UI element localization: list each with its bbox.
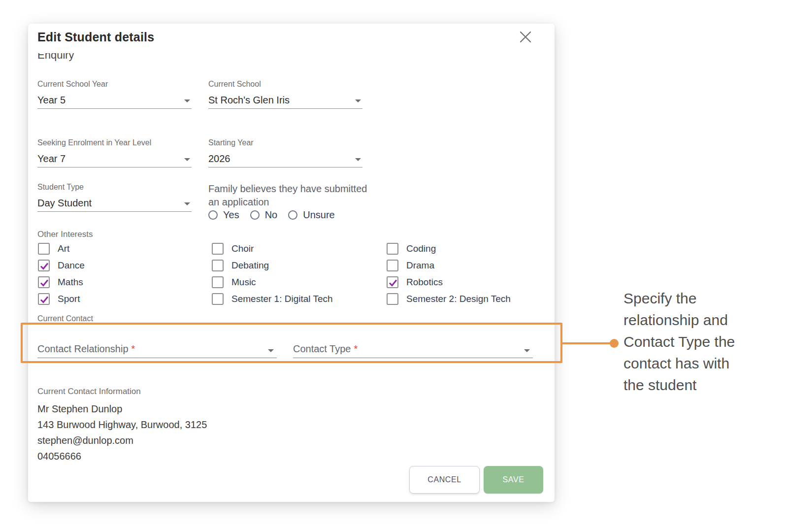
radio-button-icon[interactable] [208,210,218,220]
checkbox-label: Coding [406,243,436,254]
field-value: Year 7 [37,152,192,167]
interest-item: Semester 2: Design Tech [387,293,511,305]
student-type-select[interactable]: Student Type Day Student [37,182,192,212]
dropdown-caret-icon[interactable] [355,100,361,102]
callout-connector-dot [610,339,619,348]
checkbox-label: Semester 1: Digital Tech [231,294,333,304]
checkbox-label: Sport [58,294,80,304]
page-background: Edit Student details Enquiry Current Sch… [0,0,787,532]
checkbox-label: Debating [231,260,269,271]
checkbox-label: Choir [231,243,254,254]
radio-label: Unsure [303,209,334,221]
dropdown-caret-icon[interactable] [184,202,190,205]
question-text-line: an application [208,196,371,209]
field-value: Year 5 [37,94,192,109]
field-label: Student Type [37,182,192,192]
contact-relationship-placeholder: Contact Relationship [37,343,129,354]
checkbox-unchecked-icon[interactable] [212,276,224,288]
section-heading: Enquiry [37,53,156,62]
annotation-text-line: relationship and [623,309,771,331]
interest-column-2: ChoirDebatingMusicSemester 1: Digital Te… [212,243,333,305]
current-contact-label: Current Contact [37,314,93,323]
dropdown-caret-icon[interactable] [184,100,190,102]
annotation-text-line: Contact Type the [623,331,771,353]
dropdown-caret-icon[interactable] [184,158,190,161]
checkbox-unchecked-icon[interactable] [212,260,224,271]
required-asterisk: * [354,343,358,354]
checkbox-unchecked-icon[interactable] [387,293,398,305]
field-value: 2026 [208,152,362,167]
field-label: Seeking Enrolment in Year Level [37,138,192,148]
field-value: Day Student [37,197,192,212]
interest-item: Drama [387,260,511,271]
interest-item: Debating [212,260,333,271]
annotation-text-line: Specify the [623,288,771,309]
close-icon[interactable] [517,29,534,45]
checkbox-checked-icon[interactable] [387,276,398,288]
application-radio-group: YesNoUnsure [208,209,335,221]
radio-label: Yes [223,209,239,221]
radio-option-yes[interactable]: Yes [208,209,239,221]
checkbox-unchecked-icon[interactable] [212,293,224,305]
starting-year-select[interactable]: Starting Year 2026 [208,138,362,167]
contact-info-line: Mr Stephen Dunlop [37,401,207,417]
cancel-button[interactable]: CANCEL [409,466,480,494]
other-interests-label: Other Interests [37,230,93,239]
current-school-year-select[interactable]: Current School Year Year 5 [37,79,192,109]
radio-button-icon[interactable] [250,210,260,220]
contact-relationship-select[interactable]: Contact Relationship* [37,343,277,358]
interest-item: Art [38,243,85,255]
checkbox-label: Maths [58,277,83,288]
annotation-text-line: the student [623,374,771,396]
contact-info-line: stephen@dunlop.com [37,432,207,448]
section-heading-clipped: Enquiry [37,53,156,70]
contact-info-lines: Mr Stephen Dunlop143 Burwood Highway, Bu… [37,401,207,464]
checkbox-checked-icon[interactable] [38,293,50,305]
checkbox-unchecked-icon[interactable] [212,243,224,255]
contact-info-line: 143 Burwood Highway, Burwood, 3125 [37,417,207,432]
interest-item: Robotics [387,276,511,288]
checkbox-label: Art [58,243,69,254]
dialog-title: Edit Student details [37,30,154,44]
required-asterisk: * [131,343,135,354]
interest-item: Dance [38,260,85,271]
checkbox-label: Dance [58,260,85,271]
interest-item: Maths [38,276,85,288]
interest-item: Semester 1: Digital Tech [212,293,333,305]
contact-info-line: 04056666 [37,448,207,464]
checkbox-label: Drama [406,260,434,271]
checkbox-unchecked-icon[interactable] [387,243,398,255]
dropdown-caret-icon[interactable] [355,158,361,161]
dropdown-caret-icon[interactable] [268,349,274,352]
interest-item: Choir [212,243,333,255]
checkbox-checked-icon[interactable] [38,260,50,271]
field-label: Current School [208,79,362,89]
interest-item: Sport [38,293,85,305]
field-value: St Roch's Glen Iris [208,94,362,109]
save-button[interactable]: SAVE [484,466,543,494]
edit-student-dialog: Edit Student details Enquiry Current Sch… [28,24,555,502]
radio-button-icon[interactable] [288,210,297,220]
radio-option-no[interactable]: No [250,209,278,221]
annotation-text-line: contact has with [623,353,771,374]
current-school-select[interactable]: Current School St Roch's Glen Iris [208,79,362,109]
radio-label: No [265,209,278,221]
application-question: Family believes they have submitted an a… [208,182,371,209]
callout-annotation: Specify therelationship andContact Type … [623,288,771,396]
seeking-enrolment-select[interactable]: Seeking Enrolment in Year Level Year 7 [37,138,192,167]
checkbox-label: Robotics [406,277,443,288]
checkbox-unchecked-icon[interactable] [387,260,398,271]
field-label: Starting Year [208,138,362,148]
radio-option-unsure[interactable]: Unsure [288,209,334,221]
checkbox-unchecked-icon[interactable] [38,243,50,255]
question-text-line: Family believes they have submitted [208,182,371,196]
field-label: Current School Year [37,79,192,89]
dropdown-caret-icon[interactable] [524,349,530,352]
callout-connector-line [562,342,610,344]
interest-column-3: CodingDramaRoboticsSemester 2: Design Te… [387,243,511,305]
contact-type-placeholder: Contact Type [293,343,351,354]
contact-type-select[interactable]: Contact Type* [293,343,533,358]
checkbox-label: Semester 2: Design Tech [406,294,511,304]
contact-information-label: Current Contact Information [37,387,141,397]
checkbox-checked-icon[interactable] [38,276,50,288]
